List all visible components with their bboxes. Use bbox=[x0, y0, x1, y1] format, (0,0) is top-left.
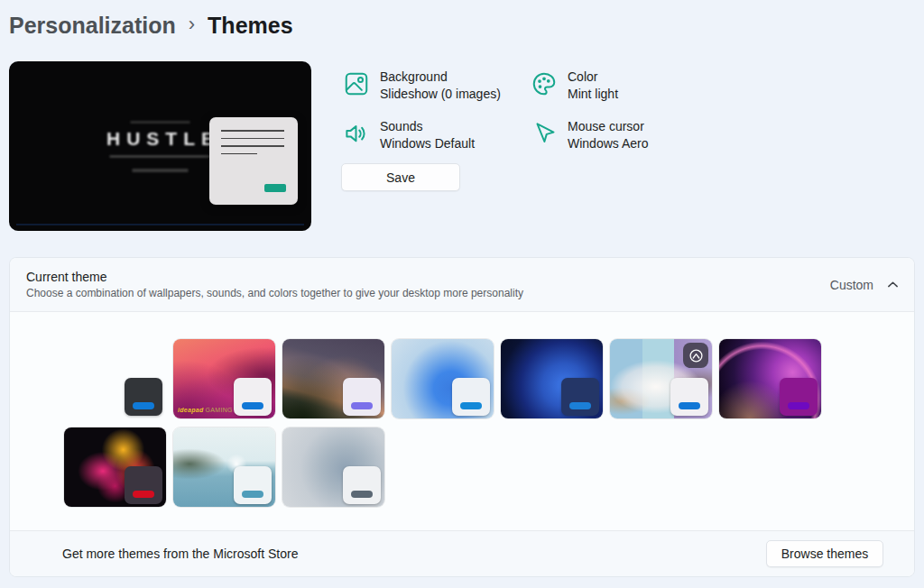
theme-card bbox=[125, 466, 162, 504]
accent-pill bbox=[788, 402, 809, 409]
theme-settings-grid: Background Slideshow (0 images) Color Mi… bbox=[343, 69, 648, 152]
accent-pill bbox=[133, 402, 154, 409]
preview-accent-button bbox=[264, 184, 286, 192]
theme-card bbox=[125, 378, 162, 416]
current-theme-selection: Custom bbox=[830, 278, 899, 292]
wallpaper-decor-bar-bottom bbox=[133, 169, 189, 172]
wallpaper-preview: HUSTLE bbox=[100, 121, 220, 172]
theme-thumbnail-current-custom[interactable] bbox=[64, 339, 166, 418]
theme-thumbnail-abstract-bloom[interactable] bbox=[64, 427, 166, 507]
theme-row-2 bbox=[64, 427, 914, 507]
selected-theme-name: Custom bbox=[830, 278, 873, 292]
wallpaper-tagline bbox=[110, 155, 211, 158]
setting-title: Mouse cursor bbox=[568, 118, 648, 135]
preview-taskbar bbox=[16, 224, 304, 225]
color-palette-icon bbox=[531, 70, 558, 97]
breadcrumb-themes: Themes bbox=[208, 13, 292, 39]
chevron-up-icon[interactable] bbox=[887, 280, 899, 289]
setting-sounds: Sounds Windows Default bbox=[343, 118, 531, 152]
current-theme-subtitle: Choose a combination of wallpapers, soun… bbox=[26, 287, 523, 299]
accent-pill bbox=[351, 402, 373, 409]
current-theme-title: Current theme bbox=[26, 270, 523, 284]
theme-thumbnail-night-sky-cliff[interactable] bbox=[282, 339, 384, 418]
theme-card bbox=[561, 378, 599, 416]
preview-app-window bbox=[209, 117, 298, 205]
current-theme-header-text: Current theme Choose a combination of wa… bbox=[26, 270, 523, 299]
theme-gallery: ideapadGAMING bbox=[10, 312, 914, 507]
accent-pill bbox=[569, 402, 591, 409]
setting-value: Windows Default bbox=[380, 135, 475, 152]
setting-mouse-cursor: Mouse cursor Windows Aero bbox=[531, 118, 648, 152]
theme-preview-monitor: HUSTLE bbox=[9, 61, 311, 231]
slideshow-badge-icon bbox=[683, 343, 708, 368]
theme-thumbnail-windows-bloom-light[interactable] bbox=[392, 339, 494, 418]
setting-value: Slideshow (0 images) bbox=[380, 86, 501, 103]
setting-title: Color bbox=[568, 69, 618, 86]
current-theme-card: Current theme Choose a combination of wa… bbox=[9, 257, 915, 577]
save-button[interactable]: Save bbox=[341, 163, 460, 191]
theme-card bbox=[234, 466, 272, 504]
theme-row-1: ideapadGAMING bbox=[64, 339, 914, 418]
setting-background: Background Slideshow (0 images) bbox=[343, 69, 531, 103]
current-theme-expander[interactable]: Current theme Choose a combination of wa… bbox=[10, 258, 914, 312]
theme-thumbnail-landscapes-slideshow[interactable] bbox=[610, 339, 712, 418]
theme-card bbox=[452, 378, 490, 416]
preview-text-line bbox=[221, 138, 284, 140]
theme-card bbox=[234, 378, 272, 416]
accent-pill bbox=[133, 491, 154, 498]
theme-thumbnail-windows-bloom-dark[interactable] bbox=[501, 339, 603, 418]
theme-card bbox=[670, 378, 708, 416]
theme-thumbnail-mountain-lake[interactable] bbox=[173, 427, 275, 507]
sounds-speaker-icon bbox=[343, 120, 370, 147]
background-icon bbox=[343, 70, 370, 97]
accent-pill bbox=[242, 402, 263, 409]
store-footer: Get more themes from the Microsoft Store… bbox=[10, 530, 914, 576]
preview-text-line bbox=[221, 145, 284, 147]
preview-text-line bbox=[221, 130, 284, 132]
store-footer-text: Get more themes from the Microsoft Store bbox=[62, 547, 298, 561]
setting-color: Color Mint light bbox=[531, 69, 648, 103]
theme-card bbox=[343, 466, 381, 504]
accent-pill bbox=[679, 402, 700, 409]
mouse-cursor-icon bbox=[531, 120, 558, 147]
breadcrumb: Personalization › Themes bbox=[9, 13, 293, 39]
theme-card bbox=[343, 378, 381, 416]
theme-card bbox=[780, 378, 818, 416]
breadcrumb-separator-icon: › bbox=[189, 13, 195, 39]
wallpaper-movie-title: HUSTLE bbox=[100, 128, 220, 150]
accent-pill bbox=[351, 491, 373, 498]
setting-title: Sounds bbox=[380, 118, 475, 135]
breadcrumb-personalization[interactable]: Personalization bbox=[9, 13, 176, 39]
theme-thumbnail-ideapad-gaming[interactable]: ideapadGAMING bbox=[173, 339, 275, 418]
accent-pill bbox=[460, 402, 482, 409]
accent-pill bbox=[242, 491, 263, 498]
wallpaper-decor-bar-top bbox=[131, 121, 190, 124]
browse-themes-button[interactable]: Browse themes bbox=[766, 540, 883, 567]
preview-text-line bbox=[221, 153, 257, 155]
wallpaper-brand-label: ideapadGAMING bbox=[178, 407, 233, 413]
themes-settings-page: Personalization › Themes HUSTLE Backgrou… bbox=[0, 0, 924, 588]
theme-thumbnail-silver-bloom[interactable] bbox=[282, 427, 384, 507]
setting-value: Windows Aero bbox=[568, 135, 648, 152]
setting-value: Mint light bbox=[568, 86, 618, 103]
setting-title: Background bbox=[380, 69, 501, 86]
theme-thumbnail-purple-eclipse[interactable] bbox=[719, 339, 821, 418]
